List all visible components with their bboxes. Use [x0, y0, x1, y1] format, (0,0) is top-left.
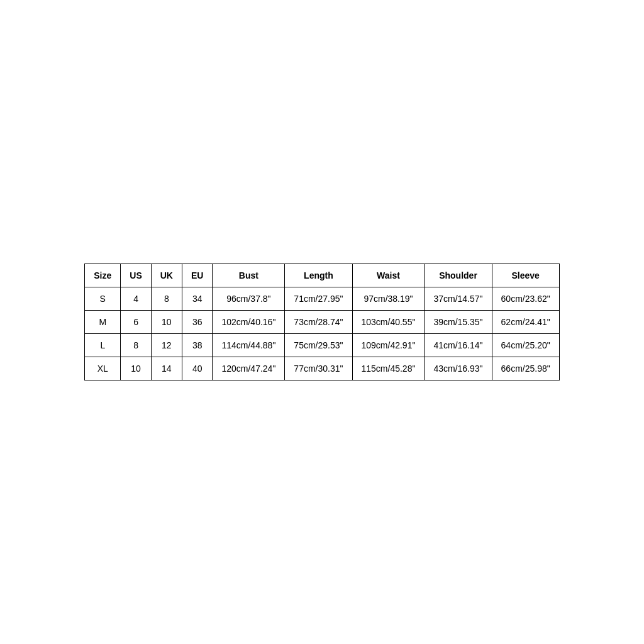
cell-size: S: [85, 287, 121, 311]
cell-uk: 12: [151, 334, 182, 357]
cell-shoulder: 43cm/16.93": [425, 357, 492, 380]
cell-bust: 120cm/47.24": [213, 357, 285, 380]
cell-uk: 8: [151, 287, 182, 311]
col-header-length: Length: [285, 264, 352, 287]
cell-us: 8: [121, 334, 151, 357]
cell-size: M: [85, 311, 121, 334]
table-row: L81238114cm/44.88"75cm/29.53"109cm/42.91…: [85, 334, 559, 357]
cell-waist: 109cm/42.91": [352, 334, 425, 357]
col-header-bust: Bust: [213, 264, 285, 287]
cell-sleeve: 62cm/24.41": [492, 311, 559, 334]
table-row: M61036102cm/40.16"73cm/28.74"103cm/40.55…: [85, 311, 559, 334]
cell-eu: 36: [182, 311, 212, 334]
table-row: XL101440120cm/47.24"77cm/30.31"115cm/45.…: [85, 357, 559, 380]
cell-size: L: [85, 334, 121, 357]
cell-eu: 38: [182, 334, 212, 357]
col-header-waist: Waist: [352, 264, 425, 287]
size-chart-table: Size US UK EU Bust Length Waist Shoulder…: [84, 264, 559, 380]
cell-bust: 96cm/37.8": [213, 287, 285, 311]
cell-shoulder: 39cm/15.35": [425, 311, 492, 334]
col-header-size: Size: [85, 264, 121, 287]
cell-uk: 14: [151, 357, 182, 380]
cell-bust: 102cm/40.16": [213, 311, 285, 334]
cell-waist: 103cm/40.55": [352, 311, 425, 334]
col-header-eu: EU: [182, 264, 212, 287]
cell-length: 77cm/30.31": [285, 357, 352, 380]
cell-length: 71cm/27.95": [285, 287, 352, 311]
col-header-sleeve: Sleeve: [492, 264, 559, 287]
cell-sleeve: 60cm/23.62": [492, 287, 559, 311]
cell-waist: 115cm/45.28": [352, 357, 425, 380]
cell-eu: 34: [182, 287, 212, 311]
cell-eu: 40: [182, 357, 212, 380]
cell-us: 6: [121, 311, 151, 334]
cell-us: 10: [121, 357, 151, 380]
size-chart-container: Size US UK EU Bust Length Waist Shoulder…: [84, 264, 559, 380]
cell-length: 73cm/28.74": [285, 311, 352, 334]
cell-us: 4: [121, 287, 151, 311]
cell-uk: 10: [151, 311, 182, 334]
cell-sleeve: 64cm/25.20": [492, 334, 559, 357]
col-header-uk: UK: [151, 264, 182, 287]
cell-sleeve: 66cm/25.98": [492, 357, 559, 380]
cell-bust: 114cm/44.88": [213, 334, 285, 357]
col-header-us: US: [121, 264, 151, 287]
cell-waist: 97cm/38.19": [352, 287, 425, 311]
cell-length: 75cm/29.53": [285, 334, 352, 357]
table-row: S483496cm/37.8"71cm/27.95"97cm/38.19"37c…: [85, 287, 559, 311]
table-header-row: Size US UK EU Bust Length Waist Shoulder…: [85, 264, 559, 287]
cell-shoulder: 41cm/16.14": [425, 334, 492, 357]
cell-size: XL: [85, 357, 121, 380]
cell-shoulder: 37cm/14.57": [425, 287, 492, 311]
col-header-shoulder: Shoulder: [425, 264, 492, 287]
